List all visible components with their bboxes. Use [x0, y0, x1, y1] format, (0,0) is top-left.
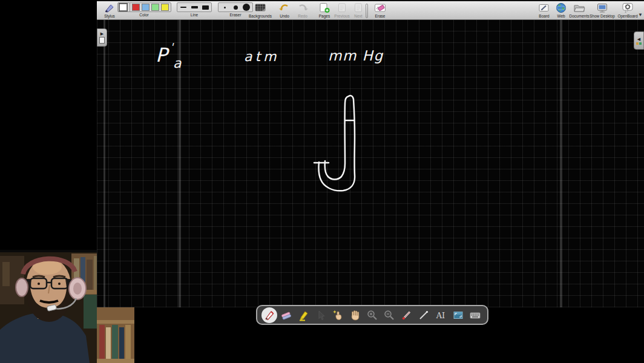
write-text-tool[interactable]: AI — [433, 307, 448, 323]
right-library-arrow-icon: ◀ — [637, 37, 640, 41]
selector-arrow-icon — [315, 309, 327, 321]
undo-button[interactable]: Undo — [276, 2, 293, 18]
openboard-gear-icon — [622, 2, 634, 13]
interact-tool[interactable] — [330, 307, 346, 323]
documents-mode-label: Documents — [570, 14, 590, 18]
eraser-tool[interactable] — [278, 307, 294, 323]
openboard-window: Stylus Color Line — [97, 0, 644, 307]
line-medium-button[interactable] — [189, 4, 200, 11]
zoom-in-tool[interactable] — [364, 307, 380, 323]
stylus-icon — [104, 2, 116, 13]
j-tube-sketch — [318, 96, 355, 191]
undo-label: Undo — [280, 14, 289, 18]
left-drawer-arrow-icon: ▶ — [100, 31, 104, 36]
color-swatch-yellow[interactable] — [161, 4, 169, 11]
laser-pointer-tool[interactable] — [399, 307, 415, 323]
annotate-pen-tool[interactable] — [261, 307, 277, 323]
documents-folder-icon — [573, 2, 585, 13]
backgrounds-label: Backgrounds — [249, 14, 272, 18]
pan-hand-icon — [349, 309, 361, 321]
line-thin-button[interactable] — [179, 4, 189, 11]
zoom-out-icon — [383, 309, 395, 321]
highlighter-tool[interactable] — [296, 307, 312, 323]
next-page-button[interactable]: Next — [350, 2, 367, 18]
handwriting-pa-prime: ' — [170, 41, 174, 53]
capture-icon — [452, 309, 464, 321]
right-library-palette-icon — [636, 42, 642, 45]
next-page-icon — [352, 2, 364, 13]
line-label: Line — [191, 13, 198, 17]
interact-hand-icon — [332, 309, 344, 321]
highlighter-icon — [298, 309, 310, 321]
pan-tool[interactable] — [347, 307, 363, 323]
board-mode-icon — [538, 2, 550, 13]
undo-icon — [278, 2, 291, 13]
headphones-left-cup — [16, 278, 28, 296]
backgrounds-icon — [254, 2, 266, 13]
show-desktop-icon — [596, 2, 608, 13]
left-drawer-page-icon — [99, 37, 105, 44]
web-globe-icon — [555, 2, 567, 13]
previous-page-button[interactable]: Previous — [333, 2, 351, 18]
color-swatch-white[interactable] — [119, 4, 127, 11]
handwriting-mmhg: mm Hg — [328, 48, 384, 64]
screen: { "app": { "name": "OpenBoard", "canvas_… — [0, 0, 644, 363]
color-swatch-blue[interactable] — [142, 4, 150, 11]
redo-label: Redo — [298, 14, 307, 18]
line-group: Line — [176, 2, 213, 17]
capture-tool[interactable] — [450, 307, 466, 323]
show-desktop-label: Show Desktop — [590, 14, 615, 18]
line-thick-button[interactable] — [200, 4, 211, 11]
draw-line-icon — [418, 309, 430, 321]
top-toolbar: Stylus Color Line — [97, 0, 644, 20]
board-canvas[interactable]: P ' a atm mm Hg — [97, 20, 644, 307]
openboard-menu-button[interactable]: OpenBoard — [615, 2, 640, 18]
zoom-in-icon — [366, 309, 378, 321]
redo-button[interactable]: Redo — [294, 2, 311, 18]
selector-tool[interactable] — [313, 307, 329, 323]
draw-line-tool[interactable] — [416, 307, 432, 323]
eraser-medium-button[interactable] — [231, 4, 241, 11]
redo-icon — [297, 2, 309, 13]
backgrounds-button[interactable]: Backgrounds — [247, 2, 274, 18]
zoom-out-tool[interactable] — [381, 307, 397, 323]
color-swatch-green[interactable] — [151, 4, 159, 11]
annotate-pen-icon — [263, 309, 275, 321]
previous-page-icon — [336, 2, 348, 13]
virtual-keyboard-icon — [469, 309, 481, 321]
handwriting-atm: atm — [244, 49, 280, 64]
next-page-label: Next — [354, 14, 362, 18]
documents-mode-button[interactable]: Documents — [567, 2, 591, 18]
pages-button[interactable]: Pages — [315, 2, 334, 18]
stylus-toolbar: AI — [256, 305, 488, 325]
erase-all-icon — [374, 2, 386, 13]
eraser-label: Eraser — [229, 13, 241, 17]
page-guide-line-left — [104, 20, 105, 307]
eraser-small-button[interactable] — [220, 4, 230, 11]
laser-pointer-icon — [401, 309, 413, 321]
openboard-menu-label: OpenBoard — [617, 14, 637, 18]
board-mode-button[interactable]: Board — [534, 2, 554, 18]
toolbar-overflow-arrow[interactable]: ▼ — [638, 12, 643, 18]
color-swatch-red[interactable] — [132, 4, 140, 11]
left-drawer-tab[interactable]: ▶ — [97, 28, 107, 47]
board-mode-label: Board — [539, 14, 549, 18]
right-library-tab[interactable]: ◀ — [634, 31, 644, 50]
pages-icon — [318, 2, 330, 13]
virtual-keyboard-tool[interactable] — [467, 307, 483, 323]
show-desktop-button[interactable]: Show Desktop — [588, 2, 616, 18]
web-mode-label: Web — [557, 14, 565, 18]
color-group: Color — [116, 2, 172, 17]
pages-label: Pages — [319, 14, 330, 18]
stylus-label: Stylus — [104, 14, 115, 18]
page-guide-line-right — [560, 20, 562, 307]
color-label: Color — [139, 13, 149, 17]
erase-all-button[interactable]: Erase — [370, 2, 390, 18]
write-text-icon: AI — [435, 309, 447, 321]
svg-text:AI: AI — [436, 310, 445, 319]
previous-page-label: Previous — [334, 14, 349, 18]
erase-all-label: Erase — [375, 14, 386, 18]
page-guide-line-center — [179, 20, 181, 307]
toolbar-separator — [366, 4, 368, 18]
eraser-tool-icon — [280, 309, 292, 321]
